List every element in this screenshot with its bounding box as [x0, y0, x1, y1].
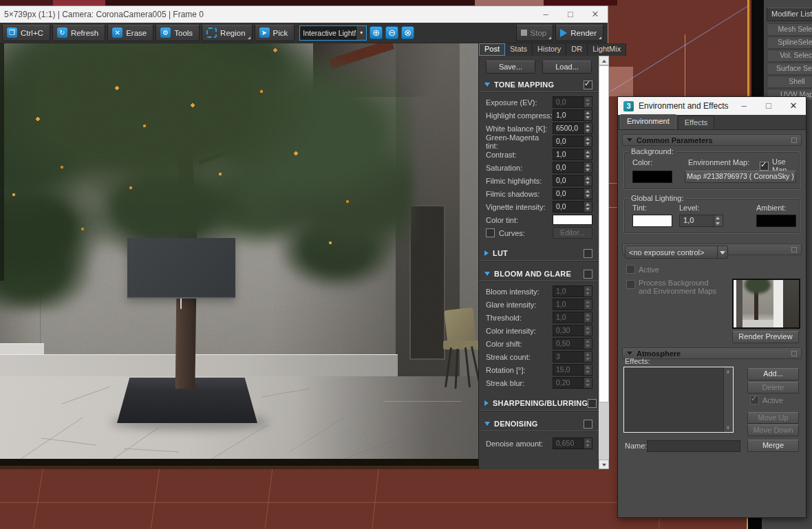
highlight-compress-spinner[interactable]: 1,0	[553, 109, 592, 121]
collapse-triangle-icon	[484, 272, 490, 276]
lut-enable-checkbox[interactable]	[584, 249, 592, 258]
color-intensity-spinner[interactable]: 0,30	[553, 325, 592, 336]
white-balance-spinner[interactable]: 6500,0	[553, 122, 592, 134]
tab-stats[interactable]: Stats	[505, 43, 533, 56]
param-row: Color intensity:0,30	[479, 324, 599, 337]
panel-scrollbar[interactable]	[599, 56, 609, 469]
curves-checkbox[interactable]	[486, 228, 495, 237]
ambient-swatch[interactable]	[756, 215, 796, 227]
bloom-enable-checkbox[interactable]	[584, 270, 592, 279]
exposure-active-checkbox[interactable]	[626, 265, 635, 274]
render-button[interactable]: Render	[555, 25, 603, 41]
tab-post[interactable]: Post	[479, 43, 505, 56]
color-shift-spinner[interactable]: 0,50	[553, 338, 592, 349]
tab-history[interactable]: History	[533, 43, 566, 56]
filmic-highlights-spinner[interactable]: 0,0	[553, 175, 592, 186]
environment-map-button[interactable]: Map #2138796973 ( CoronaSky )	[685, 171, 796, 183]
render-preview-button[interactable]: Render Preview	[732, 331, 799, 343]
top-strip-segment	[105, 0, 475, 6]
level-spinner[interactable]: 1,0	[679, 215, 723, 227]
streak-blur-spinner[interactable]: 0,20	[553, 377, 592, 389]
streak-count-spinner[interactable]: 3	[553, 351, 592, 363]
sharpening-enable-checkbox[interactable]	[588, 399, 597, 408]
name-input[interactable]	[647, 440, 740, 452]
add-effect-button[interactable]: Add...	[747, 368, 799, 380]
close-button[interactable]: ✕	[781, 98, 806, 114]
maximize-button[interactable]: □	[558, 6, 583, 23]
copy-button[interactable]: ❐ Ctrl+C	[2, 25, 50, 41]
minimize-button[interactable]: –	[731, 98, 756, 114]
zoom-reset-button[interactable]: ⊗	[401, 26, 414, 39]
denoise-amount-spinner[interactable]: 0,650	[553, 438, 592, 449]
move-down-button[interactable]: Move Down	[747, 424, 799, 436]
process-background-checkbox[interactable]	[626, 280, 635, 289]
scroll-down-arrow[interactable]	[599, 460, 609, 469]
modifier-button-mesh-select[interactable]: Mesh Selec	[767, 23, 812, 36]
dialog-titlebar[interactable]: 3 Environment and Effects – □ ✕	[618, 97, 806, 115]
vfb-titlebar[interactable]: 5×739px (1:1) | Camera: CoronaCamera005 …	[0, 6, 608, 23]
scroll-up-arrow[interactable]: ∧	[726, 369, 730, 375]
scrollbar-thumb[interactable]	[599, 65, 609, 402]
color-tint-swatch[interactable]	[553, 215, 592, 225]
close-button[interactable]: ✕	[583, 6, 608, 23]
exposure-control-dropdown[interactable]: <no exposure control>	[625, 246, 728, 259]
scroll-up-arrow[interactable]	[599, 56, 609, 65]
copy-label: Ctrl+C	[21, 29, 43, 37]
denoising-enable-checkbox[interactable]	[584, 420, 592, 429]
list-scrollbar[interactable]: ∧ ∨	[723, 367, 733, 432]
filmic-shadows-spinner[interactable]: 0,0	[553, 188, 592, 199]
section-lut[interactable]: LUT	[479, 246, 599, 261]
exposure-preview-thumbnail[interactable]	[732, 279, 800, 329]
region-button[interactable]: Region	[202, 25, 252, 41]
param-row: Green-Magenta tint:0,0	[479, 135, 599, 148]
atmosphere-effects-list[interactable]: ∧ ∨	[623, 367, 734, 433]
load-button[interactable]: Load...	[542, 61, 592, 74]
save-button[interactable]: Save...	[486, 61, 535, 74]
modifier-button-spline-select[interactable]: SplineSelec	[767, 36, 812, 49]
tab-dr[interactable]: DR	[566, 43, 588, 56]
vignette-spinner[interactable]: 0,0	[553, 201, 592, 213]
green-magenta-spinner[interactable]: 0,0	[553, 136, 592, 147]
tab-environment[interactable]: Environment	[620, 114, 676, 129]
glare-intensity-spinner[interactable]: 1,0	[553, 299, 592, 310]
contrast-spinner[interactable]: 1,0	[553, 149, 592, 160]
tint-swatch[interactable]	[632, 215, 672, 227]
render-canvas[interactable]	[0, 43, 478, 469]
stop-button[interactable]: Stop	[516, 25, 554, 41]
modifier-list-dropdown[interactable]: Modifier List	[767, 8, 812, 21]
use-map-checkbox[interactable]	[760, 162, 769, 171]
saturation-spinner[interactable]: 0,0	[553, 162, 592, 173]
bloom-intensity-spinner[interactable]: 1,0	[553, 285, 592, 297]
scroll-down-arrow[interactable]: ∨	[726, 424, 730, 431]
background-color-swatch[interactable]	[632, 171, 672, 183]
tone-mapping-enable-checkbox[interactable]	[584, 80, 592, 89]
refresh-button[interactable]: ↻ Refresh	[52, 25, 105, 41]
delete-effect-button[interactable]: Delete	[747, 382, 799, 393]
section-denoising[interactable]: DENOISING	[479, 417, 599, 431]
lightmix-dropdown[interactable]: Interactive LightMix ▼	[299, 25, 367, 41]
section-bloom-glare[interactable]: BLOOM AND GLARE	[479, 267, 599, 281]
zoom-out-button[interactable]: ⊖	[385, 26, 398, 39]
maximize-button[interactable]: □	[756, 98, 781, 114]
rollout-common-parameters[interactable]: Common Parameters	[622, 134, 802, 146]
curves-editor-button[interactable]: Editor...	[553, 227, 592, 239]
section-sharpening[interactable]: SHARPENING/BLURRING	[479, 396, 599, 411]
erase-button[interactable]: ✕ Erase	[107, 25, 153, 41]
rollout-triangle-icon	[627, 138, 632, 142]
merge-button[interactable]: Merge	[747, 440, 799, 452]
zoom-in-button[interactable]: ⊕	[370, 26, 383, 39]
minimize-button[interactable]: –	[533, 6, 558, 23]
move-up-button[interactable]: Move Up	[747, 412, 799, 424]
tab-lightmix[interactable]: LightMix	[588, 43, 626, 56]
modifier-button-surface-select[interactable]: Surface Sele	[767, 63, 812, 75]
exposure-spinner[interactable]: 0,0	[553, 96, 592, 108]
atmosphere-active-checkbox[interactable]	[750, 396, 759, 404]
modifier-button-shell[interactable]: Shell	[767, 76, 812, 88]
rotation-spinner[interactable]: 15,0	[553, 364, 592, 376]
pick-button[interactable]: ➤ Pick	[255, 25, 295, 41]
modifier-button-vol-select[interactable]: Vol. Select	[767, 50, 812, 62]
section-tone-mapping[interactable]: TONE MAPPING	[479, 78, 599, 92]
tab-effects[interactable]: Effects	[678, 116, 714, 129]
tools-button[interactable]: ⚙ Tools	[156, 25, 200, 41]
threshold-spinner[interactable]: 1,0	[553, 312, 592, 323]
